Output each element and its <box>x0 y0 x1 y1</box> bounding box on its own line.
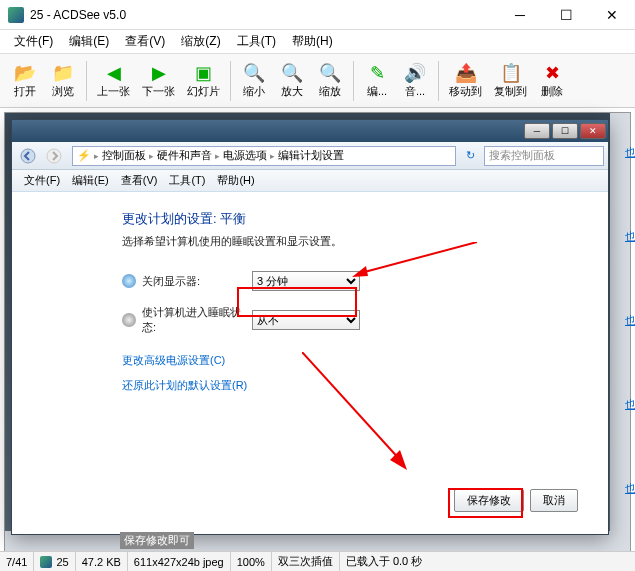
status-position: 7/41 <box>0 552 34 571</box>
address-bar: ⚡ ▸ 控制面板 ▸ 硬件和声音 ▸ 电源选项 ▸ 编辑计划设置 ↻ 搜索控制面… <box>12 142 608 170</box>
menu-edit[interactable]: 编辑(E) <box>61 30 117 53</box>
back-button[interactable] <box>16 145 40 167</box>
svg-point-1 <box>47 149 61 163</box>
svg-marker-5 <box>390 450 407 470</box>
edit-button[interactable]: ✎编... <box>358 60 396 101</box>
right-link-strip: 也 也 也 也 也 <box>625 110 635 531</box>
prev-button[interactable]: ◀上一张 <box>91 60 136 101</box>
toolbar: 📂打开 📁浏览 ◀上一张 ▶下一张 ▣幻灯片 🔍缩小 🔍放大 🔍缩放 ✎编...… <box>0 54 635 108</box>
slideshow-button[interactable]: ▣幻灯片 <box>181 60 226 101</box>
inner-minimize-button[interactable]: ─ <box>524 123 550 139</box>
titlebar: 25 - ACDSee v5.0 ─ ☐ ✕ <box>0 0 635 30</box>
search-input[interactable]: 搜索控制面板 <box>484 146 604 166</box>
sleep-row: 使计算机进入睡眠状态: 从不 <box>122 305 608 335</box>
audio-button[interactable]: 🔊音... <box>396 60 434 101</box>
breadcrumb[interactable]: ⚡ ▸ 控制面板 ▸ 硬件和声音 ▸ 电源选项 ▸ 编辑计划设置 <box>72 146 456 166</box>
page-heading: 更改计划的设置: 平衡 <box>122 210 608 228</box>
strip-link[interactable]: 也 <box>625 397 635 412</box>
sleep-label: 使计算机进入睡眠状态: <box>142 305 252 335</box>
maximize-button[interactable]: ☐ <box>543 0 589 30</box>
save-button[interactable]: 保存修改 <box>454 489 524 512</box>
display-off-select[interactable]: 3 分钟 <box>252 271 360 291</box>
menubar: 文件(F) 编辑(E) 查看(V) 缩放(Z) 工具(T) 帮助(H) <box>0 30 635 54</box>
menu-view[interactable]: 查看(V) <box>117 30 173 53</box>
status-dimensions: 611x427x24b jpeg <box>128 552 231 571</box>
status-index: 25 <box>34 552 75 571</box>
restore-link[interactable]: 还原此计划的默认设置(R) <box>122 378 608 393</box>
zoom-button[interactable]: 🔍缩放 <box>311 60 349 101</box>
sleep-icon <box>122 313 136 327</box>
copyto-button[interactable]: 📋复制到 <box>488 60 533 101</box>
strip-link[interactable]: 也 <box>625 145 635 160</box>
cancel-button[interactable]: 取消 <box>530 489 578 512</box>
moveto-button[interactable]: 📤移动到 <box>443 60 488 101</box>
refresh-button[interactable]: ↻ <box>460 146 480 166</box>
zoomout-button[interactable]: 🔍缩小 <box>235 60 273 101</box>
status-filesize: 47.2 KB <box>76 552 128 571</box>
inner-titlebar: ─ ☐ ✕ <box>12 120 608 142</box>
inner-menu-edit[interactable]: 编辑(E) <box>66 171 115 190</box>
image-viewer: ─ ☐ ✕ ⚡ ▸ 控制面板 ▸ 硬件和声音 ▸ 电源选项 ▸ 编辑计划设置 ↻… <box>4 112 631 552</box>
display-off-label: 关闭显示器: <box>142 274 252 289</box>
crumb-power[interactable]: 电源选项 <box>223 148 267 163</box>
status-interpolation: 双三次插值 <box>272 552 340 571</box>
status-loadtime: 已载入于 0.0 秒 <box>340 552 428 571</box>
advanced-link[interactable]: 更改高级电源设置(C) <box>122 353 608 368</box>
content-pane: 更改计划的设置: 平衡 选择希望计算机使用的睡眠设置和显示设置。 关闭显示器: … <box>12 192 608 532</box>
next-button[interactable]: ▶下一张 <box>136 60 181 101</box>
svg-point-0 <box>21 149 35 163</box>
strip-link[interactable]: 也 <box>625 481 635 496</box>
close-button[interactable]: ✕ <box>589 0 635 30</box>
status-icon <box>40 556 52 568</box>
inner-window: ─ ☐ ✕ ⚡ ▸ 控制面板 ▸ 硬件和声音 ▸ 电源选项 ▸ 编辑计划设置 ↻… <box>11 119 609 535</box>
page-subtitle: 选择希望计算机使用的睡眠设置和显示设置。 <box>122 234 608 249</box>
overlay-hint: 保存修改即可 <box>120 532 194 549</box>
status-zoom: 100% <box>231 552 272 571</box>
inner-menu-file[interactable]: 文件(F) <box>18 171 66 190</box>
inner-close-button[interactable]: ✕ <box>580 123 606 139</box>
sleep-select[interactable]: 从不 <box>252 310 360 330</box>
monitor-icon <box>122 274 136 288</box>
menu-zoom[interactable]: 缩放(Z) <box>173 30 228 53</box>
crumb-hw[interactable]: 硬件和声音 <box>157 148 212 163</box>
delete-button[interactable]: ✖删除 <box>533 60 571 101</box>
menu-help[interactable]: 帮助(H) <box>284 30 341 53</box>
menu-file[interactable]: 文件(F) <box>6 30 61 53</box>
inner-menu-tools[interactable]: 工具(T) <box>163 171 211 190</box>
zoomin-button[interactable]: 🔍放大 <box>273 60 311 101</box>
forward-button[interactable] <box>42 145 66 167</box>
crumb-cp[interactable]: 控制面板 <box>102 148 146 163</box>
minimize-button[interactable]: ─ <box>497 0 543 30</box>
crumb-edit[interactable]: 编辑计划设置 <box>278 148 344 163</box>
inner-maximize-button[interactable]: ☐ <box>552 123 578 139</box>
strip-link[interactable]: 也 <box>625 313 635 328</box>
menu-tools[interactable]: 工具(T) <box>229 30 284 53</box>
inner-menu-help[interactable]: 帮助(H) <box>211 171 260 190</box>
statusbar: 7/41 25 47.2 KB 611x427x24b jpeg 100% 双三… <box>0 551 635 571</box>
app-icon <box>8 7 24 23</box>
inner-menu-view[interactable]: 查看(V) <box>115 171 164 190</box>
window-title: 25 - ACDSee v5.0 <box>30 8 497 22</box>
open-button[interactable]: 📂打开 <box>6 60 44 101</box>
browse-button[interactable]: 📁浏览 <box>44 60 82 101</box>
display-off-row: 关闭显示器: 3 分钟 <box>122 271 608 291</box>
strip-link[interactable]: 也 <box>625 229 635 244</box>
inner-menubar: 文件(F) 编辑(E) 查看(V) 工具(T) 帮助(H) <box>12 170 608 192</box>
